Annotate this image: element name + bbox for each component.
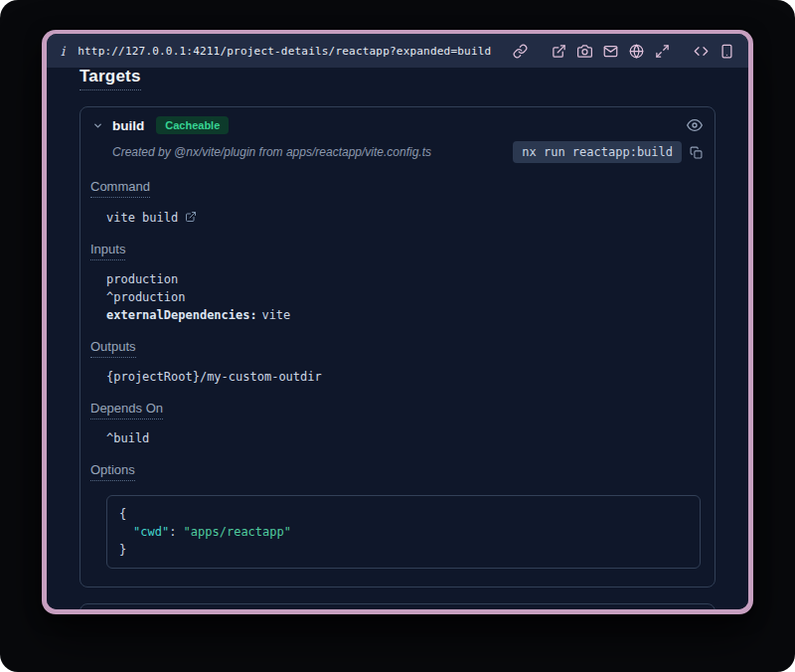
options-section-label: Options (90, 462, 135, 481)
serve-target-card: serve vite serve (80, 603, 716, 609)
input-item: ^production (106, 288, 705, 306)
globe-icon[interactable] (629, 44, 644, 59)
export-icon[interactable] (552, 44, 566, 59)
browser-toolbar: i http://127.0.0.1:4211/project-details/… (47, 34, 748, 68)
camera-icon[interactable] (577, 44, 592, 59)
json-string-value: "apps/reactapp" (184, 525, 291, 539)
depends-on-item: ^build (106, 429, 705, 447)
build-target-card: build Cacheable Created by @nx/vite/plug… (80, 106, 716, 588)
external-deps-value: vite (261, 308, 290, 322)
created-by-text: Created by @nx/vite/plugin from apps/rea… (112, 145, 431, 159)
browser-inner: i http://127.0.0.1:4211/project-details/… (47, 34, 748, 609)
maximize-icon[interactable] (655, 44, 670, 59)
depends-on-section-label: Depends On (90, 401, 163, 420)
desktop-background: i http://127.0.0.1:4211/project-details/… (0, 0, 795, 672)
input-item-external-deps: externalDependencies:vite (106, 306, 705, 324)
input-item: production (106, 270, 705, 288)
chevron-down-icon[interactable] (92, 120, 103, 131)
command-value: vite build (106, 211, 178, 225)
mail-icon[interactable] (603, 44, 618, 59)
command-section-label: Command (90, 179, 150, 198)
browser-window: i http://127.0.0.1:4211/project-details/… (42, 30, 753, 614)
eye-icon[interactable] (687, 117, 703, 133)
build-card-subheader: Created by @nx/vite/plugin from apps/rea… (80, 139, 715, 171)
code-line: "cwd": "apps/reactapp" (119, 523, 688, 541)
cacheable-badge: Cacheable (156, 116, 229, 134)
external-deps-key: externalDependencies: (106, 308, 257, 322)
run-command-chip: nx run reactapp:build (513, 141, 682, 163)
build-card-header[interactable]: build Cacheable (80, 107, 715, 139)
json-key: "cwd" (133, 525, 169, 539)
code-icon[interactable] (694, 44, 709, 59)
info-icon: i (61, 44, 65, 59)
options-code-block: { "cwd": "apps/reactapp" } (106, 495, 701, 569)
link-icon[interactable] (513, 44, 528, 59)
inputs-section-label: Inputs (90, 242, 125, 260)
device-icon[interactable] (719, 44, 734, 59)
copy-icon[interactable] (690, 146, 703, 159)
external-link-icon[interactable] (185, 211, 197, 223)
page-content: Targets build Cacheable Creat (47, 68, 748, 609)
serve-card-header[interactable]: serve vite serve (80, 604, 715, 609)
json-separator: : (169, 525, 183, 539)
output-item: {projectRoot}/my-custom-outdir (106, 368, 705, 386)
code-line: { (119, 505, 688, 523)
url-bar[interactable]: http://127.0.0.1:4211/project-details/re… (78, 45, 491, 58)
code-line: } (119, 541, 688, 559)
page-title: Targets (80, 68, 141, 90)
outputs-section-label: Outputs (90, 339, 136, 358)
build-target-name: build (112, 118, 144, 133)
build-card-body: Command vite build Inputs production ^pr… (80, 171, 715, 587)
